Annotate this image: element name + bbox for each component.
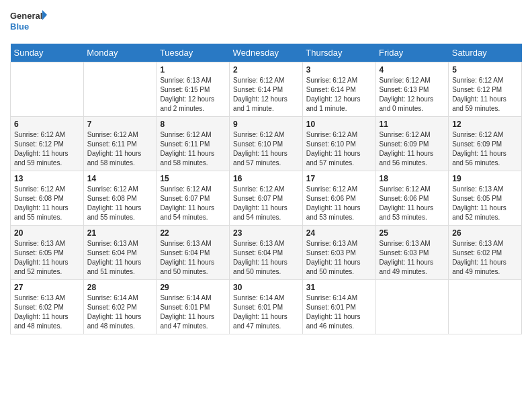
calendar-week-4: 20Sunrise: 6:13 AMSunset: 6:05 PMDayligh… xyxy=(11,226,522,280)
calendar-cell: 6Sunrise: 6:12 AMSunset: 6:12 PMDaylight… xyxy=(11,117,84,171)
day-info: Sunrise: 6:12 AMSunset: 6:14 PMDaylight:… xyxy=(306,76,372,113)
day-header-friday: Friday xyxy=(375,44,449,62)
svg-text:General: General xyxy=(10,11,42,21)
calendar-cell: 7Sunrise: 6:12 AMSunset: 6:11 PMDaylight… xyxy=(83,117,157,171)
day-info: Sunrise: 6:12 AMSunset: 6:13 PMDaylight:… xyxy=(380,76,445,113)
day-number: 9 xyxy=(233,120,299,129)
day-info: Sunrise: 6:13 AMSunset: 6:02 PMDaylight:… xyxy=(14,293,80,331)
day-info: Sunrise: 6:13 AMSunset: 6:05 PMDaylight:… xyxy=(14,239,80,277)
calendar-cell: 1Sunrise: 6:13 AMSunset: 6:15 PMDaylight… xyxy=(157,62,230,117)
calendar-cell: 22Sunrise: 6:13 AMSunset: 6:04 PMDayligh… xyxy=(157,226,230,280)
day-number: 10 xyxy=(306,120,372,129)
day-header-tuesday: Tuesday xyxy=(157,44,230,62)
day-info: Sunrise: 6:12 AMSunset: 6:06 PMDaylight:… xyxy=(306,185,372,222)
day-number: 8 xyxy=(160,120,226,129)
calendar-cell: 11Sunrise: 6:12 AMSunset: 6:09 PMDayligh… xyxy=(375,117,449,171)
logo-svg: General Blue xyxy=(10,7,47,37)
calendar-cell: 13Sunrise: 6:12 AMSunset: 6:08 PMDayligh… xyxy=(11,171,84,226)
day-info: Sunrise: 6:13 AMSunset: 6:03 PMDaylight:… xyxy=(306,239,372,277)
calendar-cell: 2Sunrise: 6:12 AMSunset: 6:14 PMDaylight… xyxy=(230,62,303,117)
day-number: 15 xyxy=(160,174,226,183)
calendar-cell: 4Sunrise: 6:12 AMSunset: 6:13 PMDaylight… xyxy=(375,62,449,117)
day-number: 21 xyxy=(87,228,153,238)
day-info: Sunrise: 6:13 AMSunset: 6:04 PMDaylight:… xyxy=(87,239,153,277)
day-info: Sunrise: 6:14 AMSunset: 6:02 PMDaylight:… xyxy=(87,293,153,331)
day-header-sunday: Sunday xyxy=(11,44,84,62)
day-number: 27 xyxy=(14,283,80,292)
calendar-cell xyxy=(449,280,522,334)
day-number: 28 xyxy=(87,283,153,292)
day-info: Sunrise: 6:13 AMSunset: 6:05 PMDaylight:… xyxy=(452,185,518,222)
calendar-cell: 23Sunrise: 6:13 AMSunset: 6:04 PMDayligh… xyxy=(230,226,303,280)
calendar-cell: 29Sunrise: 6:14 AMSunset: 6:01 PMDayligh… xyxy=(157,280,230,334)
calendar-cell: 18Sunrise: 6:12 AMSunset: 6:06 PMDayligh… xyxy=(375,171,449,226)
calendar-week-3: 13Sunrise: 6:12 AMSunset: 6:08 PMDayligh… xyxy=(11,171,522,226)
calendar-cell: 21Sunrise: 6:13 AMSunset: 6:04 PMDayligh… xyxy=(83,226,157,280)
day-info: Sunrise: 6:12 AMSunset: 6:06 PMDaylight:… xyxy=(380,185,445,222)
calendar-table: SundayMondayTuesdayWednesdayThursdayFrid… xyxy=(10,44,522,334)
calendar-cell: 19Sunrise: 6:13 AMSunset: 6:05 PMDayligh… xyxy=(449,171,522,226)
day-number: 7 xyxy=(87,120,153,129)
day-number: 17 xyxy=(306,174,372,183)
svg-text:Blue: Blue xyxy=(10,21,29,32)
calendar-cell: 5Sunrise: 6:12 AMSunset: 6:12 PMDaylight… xyxy=(449,62,522,117)
calendar-cell: 3Sunrise: 6:12 AMSunset: 6:14 PMDaylight… xyxy=(302,62,375,117)
day-number: 31 xyxy=(306,283,372,292)
day-info: Sunrise: 6:12 AMSunset: 6:11 PMDaylight:… xyxy=(87,130,153,168)
day-number: 11 xyxy=(380,120,445,129)
logo: General Blue xyxy=(10,7,47,37)
calendar-week-5: 27Sunrise: 6:13 AMSunset: 6:02 PMDayligh… xyxy=(11,280,522,334)
calendar-cell xyxy=(375,280,449,334)
day-number: 1 xyxy=(160,65,226,75)
calendar-cell: 24Sunrise: 6:13 AMSunset: 6:03 PMDayligh… xyxy=(302,226,375,280)
days-header-row: SundayMondayTuesdayWednesdayThursdayFrid… xyxy=(11,44,522,62)
day-number: 20 xyxy=(14,228,80,238)
day-info: Sunrise: 6:12 AMSunset: 6:07 PMDaylight:… xyxy=(160,185,226,222)
day-info: Sunrise: 6:12 AMSunset: 6:10 PMDaylight:… xyxy=(306,130,372,168)
day-info: Sunrise: 6:14 AMSunset: 6:01 PMDaylight:… xyxy=(233,293,299,331)
day-number: 22 xyxy=(160,228,226,238)
calendar-cell xyxy=(11,62,84,117)
calendar-week-2: 6Sunrise: 6:12 AMSunset: 6:12 PMDaylight… xyxy=(11,117,522,171)
day-info: Sunrise: 6:12 AMSunset: 6:08 PMDaylight:… xyxy=(14,185,80,222)
day-number: 12 xyxy=(452,120,518,129)
day-info: Sunrise: 6:12 AMSunset: 6:12 PMDaylight:… xyxy=(452,76,518,113)
calendar-cell: 31Sunrise: 6:14 AMSunset: 6:01 PMDayligh… xyxy=(302,280,375,334)
calendar-cell: 26Sunrise: 6:13 AMSunset: 6:02 PMDayligh… xyxy=(449,226,522,280)
day-number: 4 xyxy=(380,65,445,75)
day-number: 5 xyxy=(452,65,518,75)
calendar-cell: 17Sunrise: 6:12 AMSunset: 6:06 PMDayligh… xyxy=(302,171,375,226)
day-info: Sunrise: 6:14 AMSunset: 6:01 PMDaylight:… xyxy=(306,293,372,331)
calendar-cell: 10Sunrise: 6:12 AMSunset: 6:10 PMDayligh… xyxy=(302,117,375,171)
calendar-cell: 27Sunrise: 6:13 AMSunset: 6:02 PMDayligh… xyxy=(11,280,84,334)
day-info: Sunrise: 6:13 AMSunset: 6:03 PMDaylight:… xyxy=(380,239,445,277)
calendar-cell: 9Sunrise: 6:12 AMSunset: 6:10 PMDaylight… xyxy=(230,117,303,171)
day-number: 25 xyxy=(380,228,445,238)
day-number: 29 xyxy=(160,283,226,292)
day-info: Sunrise: 6:13 AMSunset: 6:04 PMDaylight:… xyxy=(233,239,299,277)
day-info: Sunrise: 6:13 AMSunset: 6:15 PMDaylight:… xyxy=(160,76,226,113)
day-info: Sunrise: 6:12 AMSunset: 6:09 PMDaylight:… xyxy=(452,130,518,168)
page-header: General Blue xyxy=(10,7,522,37)
day-header-thursday: Thursday xyxy=(302,44,375,62)
day-info: Sunrise: 6:12 AMSunset: 6:08 PMDaylight:… xyxy=(87,185,153,222)
day-info: Sunrise: 6:12 AMSunset: 6:10 PMDaylight:… xyxy=(233,130,299,168)
day-info: Sunrise: 6:14 AMSunset: 6:01 PMDaylight:… xyxy=(160,293,226,331)
day-info: Sunrise: 6:12 AMSunset: 6:11 PMDaylight:… xyxy=(160,130,226,168)
day-number: 23 xyxy=(233,228,299,238)
calendar-cell: 30Sunrise: 6:14 AMSunset: 6:01 PMDayligh… xyxy=(230,280,303,334)
calendar-cell: 15Sunrise: 6:12 AMSunset: 6:07 PMDayligh… xyxy=(157,171,230,226)
day-number: 3 xyxy=(306,65,372,75)
day-info: Sunrise: 6:12 AMSunset: 6:09 PMDaylight:… xyxy=(380,130,445,168)
day-number: 30 xyxy=(233,283,299,292)
day-number: 14 xyxy=(87,174,153,183)
calendar-cell: 8Sunrise: 6:12 AMSunset: 6:11 PMDaylight… xyxy=(157,117,230,171)
day-number: 2 xyxy=(233,65,299,75)
calendar-cell: 25Sunrise: 6:13 AMSunset: 6:03 PMDayligh… xyxy=(375,226,449,280)
day-info: Sunrise: 6:13 AMSunset: 6:04 PMDaylight:… xyxy=(160,239,226,277)
day-number: 19 xyxy=(452,174,518,183)
day-header-saturday: Saturday xyxy=(449,44,522,62)
calendar-week-1: 1Sunrise: 6:13 AMSunset: 6:15 PMDaylight… xyxy=(11,62,522,117)
day-number: 6 xyxy=(14,120,80,129)
day-number: 24 xyxy=(306,228,372,238)
